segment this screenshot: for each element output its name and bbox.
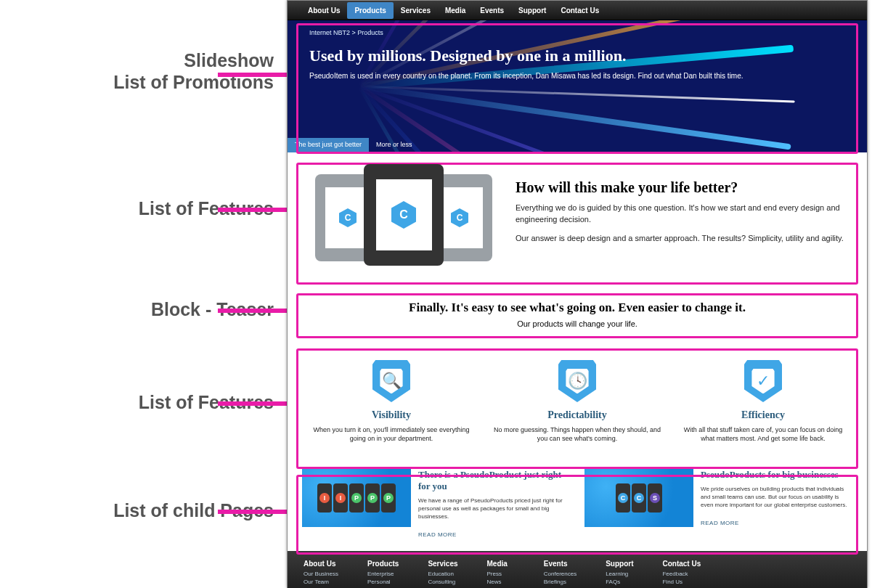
nav-item[interactable]: Products [347, 2, 393, 19]
nav-item[interactable]: About Us [301, 2, 347, 19]
footer-link[interactable]: Education [428, 571, 457, 577]
thumb-image: I I P P P [302, 469, 411, 527]
feature-list-1: C C C How will this make your life bette… [288, 152, 867, 277]
footer-link[interactable]: Briefings [544, 579, 577, 585]
feature-intro-p1: Everything we do is guided by this one q… [516, 202, 845, 225]
hero-tab[interactable]: More or less [369, 138, 420, 152]
nav-item[interactable]: Support [511, 2, 553, 19]
nav-item[interactable]: Media [438, 2, 473, 19]
footer-link[interactable]: Conferences [544, 571, 577, 577]
child-page-body: We pride ourselves on building products … [701, 485, 852, 509]
hero-title: Used by millions. Designed by one in a m… [309, 46, 845, 65]
feature-body: No more guessing. Things happen when the… [492, 425, 663, 443]
read-more-link[interactable]: READ MORE [418, 531, 457, 538]
footer-link[interactable]: Feedback [662, 571, 701, 577]
top-nav: About Us Products Services Media Events … [288, 1, 867, 20]
footer-head: Services [428, 560, 457, 568]
feature-intro-p2: Our answer is deep design and a smarter … [516, 232, 845, 244]
read-more-link[interactable]: READ MORE [701, 520, 739, 526]
feature-list-2: 🔍 Visibility When you turn it on, you'll… [288, 354, 867, 452]
website-frame: About Us Products Services Media Events … [287, 0, 868, 588]
footer-link[interactable]: Consulting [428, 579, 457, 585]
child-page-card[interactable]: C C S PseudoProducts for big businesses … [584, 469, 852, 539]
footer-head: Events [544, 560, 577, 568]
feature-card: 🕓 Predictability No more guessing. Thing… [492, 360, 663, 443]
nav-item[interactable]: Contact Us [553, 2, 606, 19]
footer-link[interactable]: Press [487, 571, 515, 577]
feature-title: Efficiency [678, 409, 849, 421]
check-icon: ✓ [744, 360, 782, 402]
feature-title: Predictability [492, 409, 663, 421]
child-pages-list: I I P P P There is a PseudoProduct just … [288, 460, 867, 551]
breadcrumb[interactable]: Internet NBT2 > Products [309, 29, 845, 36]
nav-item[interactable]: Services [394, 2, 438, 19]
child-page-body: We have a range of PseudoProducts priced… [418, 497, 570, 520]
footer-link[interactable]: Enterprise [367, 571, 399, 577]
annotation-label-slideshow: SlideshowList of Promotions [113, 49, 274, 93]
teaser-sub: Our products will change your life. [309, 319, 845, 328]
clock-icon: 🕓 [558, 360, 596, 402]
footer-head: Products [367, 560, 399, 568]
child-page-title: There is a PseudoProduct just right for … [418, 469, 570, 492]
footer-head: Contact Us [662, 560, 701, 568]
feature-intro-title: How will this make your life better? [516, 179, 845, 196]
footer-link[interactable]: Personal [367, 579, 399, 585]
footer-link[interactable]: Learning [606, 571, 633, 577]
footer-col: About Us Our Business Our Team Careers [303, 560, 338, 588]
footer-link[interactable]: Our Business [303, 571, 338, 577]
hero-slideshow[interactable]: Internet NBT2 > Products Used by million… [288, 20, 867, 152]
footer-link[interactable]: News [487, 579, 515, 585]
feature-title: Visibility [306, 409, 477, 421]
search-icon: 🔍 [372, 360, 410, 402]
tablets-image: C C C [309, 164, 498, 266]
footer-head: Support [606, 560, 633, 568]
teaser-title: Finally. It's easy to see what's going o… [309, 301, 845, 315]
footer-link[interactable]: FAQs [606, 579, 633, 585]
footer-head: About Us [303, 560, 338, 568]
nav-item[interactable]: Events [473, 2, 511, 19]
feature-body: With all that stuff taken care of, you c… [678, 425, 849, 443]
hero-body: PseudoItem is used in every country on t… [309, 71, 789, 81]
child-page-card[interactable]: I I P P P There is a PseudoProduct just … [302, 469, 570, 539]
footer-link[interactable]: Our Team [303, 579, 338, 585]
footer-link[interactable]: Find Us [662, 579, 701, 585]
feature-body: When you turn it on, you'll immediately … [306, 425, 477, 443]
feature-card: ✓ Efficiency With all that stuff taken c… [678, 360, 849, 443]
thumb-image: C C S [584, 469, 693, 527]
footer: About Us Our Business Our Team Careers P… [288, 551, 867, 588]
hero-tab[interactable]: The best just got better [288, 138, 369, 152]
hero-tabs: The best just got better More or less [288, 138, 420, 152]
child-page-title: PseudoProducts for big businesses [701, 469, 852, 481]
feature-card: 🔍 Visibility When you turn it on, you'll… [306, 360, 477, 443]
footer-head: Media [487, 560, 515, 568]
teaser-block: Finally. It's easy to see what's going o… [288, 292, 867, 337]
